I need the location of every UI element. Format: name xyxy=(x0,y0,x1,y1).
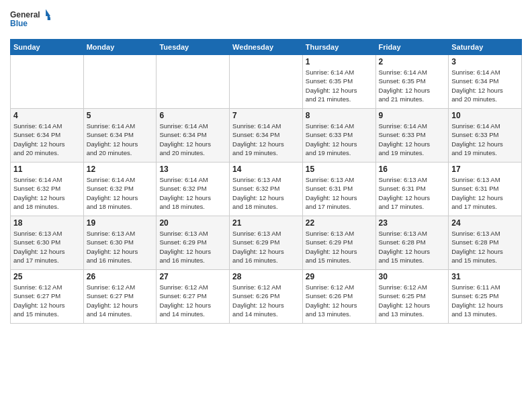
calendar-cell: 27Sunrise: 6:12 AM Sunset: 6:27 PM Dayli… xyxy=(157,270,230,324)
day-number: 19 xyxy=(87,218,154,228)
header: General Blue xyxy=(10,7,522,34)
calendar-cell: 30Sunrise: 6:12 AM Sunset: 6:25 PM Dayli… xyxy=(375,270,449,324)
calendar-cell: 26Sunrise: 6:12 AM Sunset: 6:27 PM Dayli… xyxy=(83,270,157,324)
day-number: 28 xyxy=(232,272,300,281)
day-of-week-row: SundayMondayTuesdayWednesdayThursdayFrid… xyxy=(11,40,522,55)
day-number: 26 xyxy=(87,272,154,281)
calendar-cell: 12Sunrise: 6:14 AM Sunset: 6:32 PM Dayli… xyxy=(83,163,157,216)
calendar-cell: 25Sunrise: 6:12 AM Sunset: 6:27 PM Dayli… xyxy=(11,270,84,324)
day-info: Sunrise: 6:12 AM Sunset: 6:27 PM Dayligh… xyxy=(13,283,81,318)
calendar-cell: 22Sunrise: 6:13 AM Sunset: 6:29 PM Dayli… xyxy=(302,216,375,270)
day-info: Sunrise: 6:12 AM Sunset: 6:27 PM Dayligh… xyxy=(159,283,226,318)
calendar-week: 4Sunrise: 6:14 AM Sunset: 6:34 PM Daylig… xyxy=(11,109,522,163)
day-info: Sunrise: 6:14 AM Sunset: 6:35 PM Dayligh… xyxy=(306,68,373,103)
calendar-cell: 21Sunrise: 6:13 AM Sunset: 6:29 PM Dayli… xyxy=(230,216,303,270)
day-number: 8 xyxy=(306,111,373,120)
dow-header: Tuesday xyxy=(157,40,230,55)
day-info: Sunrise: 6:13 AM Sunset: 6:31 PM Dayligh… xyxy=(379,175,446,211)
day-info: Sunrise: 6:13 AM Sunset: 6:28 PM Dayligh… xyxy=(379,229,446,265)
day-info: Sunrise: 6:13 AM Sunset: 6:31 PM Dayligh… xyxy=(451,175,519,211)
calendar-cell: 17Sunrise: 6:13 AM Sunset: 6:31 PM Dayli… xyxy=(449,163,522,216)
day-number: 14 xyxy=(232,165,300,174)
calendar-cell: 19Sunrise: 6:13 AM Sunset: 6:30 PM Dayli… xyxy=(83,216,157,270)
calendar-cell: 11Sunrise: 6:14 AM Sunset: 6:32 PM Dayli… xyxy=(11,163,84,216)
calendar-cell: 15Sunrise: 6:13 AM Sunset: 6:31 PM Dayli… xyxy=(302,163,375,216)
day-number: 9 xyxy=(379,111,446,120)
dow-header: Thursday xyxy=(302,40,375,55)
calendar-cell: 10Sunrise: 6:14 AM Sunset: 6:33 PM Dayli… xyxy=(449,109,522,163)
day-number: 23 xyxy=(379,218,446,228)
day-number: 15 xyxy=(306,165,373,174)
day-info: Sunrise: 6:14 AM Sunset: 6:34 PM Dayligh… xyxy=(451,68,519,103)
day-info: Sunrise: 6:13 AM Sunset: 6:30 PM Dayligh… xyxy=(13,229,81,265)
svg-text:Blue: Blue xyxy=(10,19,28,28)
day-info: Sunrise: 6:14 AM Sunset: 6:34 PM Dayligh… xyxy=(87,122,154,157)
calendar-body: 1Sunrise: 6:14 AM Sunset: 6:35 PM Daylig… xyxy=(11,55,522,324)
day-number: 16 xyxy=(379,165,446,174)
day-info: Sunrise: 6:13 AM Sunset: 6:28 PM Dayligh… xyxy=(451,229,519,265)
calendar-cell: 8Sunrise: 6:14 AM Sunset: 6:33 PM Daylig… xyxy=(302,109,375,163)
calendar-cell: 13Sunrise: 6:14 AM Sunset: 6:32 PM Dayli… xyxy=(157,163,230,216)
day-number: 29 xyxy=(306,272,373,281)
day-info: Sunrise: 6:12 AM Sunset: 6:25 PM Dayligh… xyxy=(379,283,446,318)
day-number: 30 xyxy=(379,272,446,281)
calendar-cell: 23Sunrise: 6:13 AM Sunset: 6:28 PM Dayli… xyxy=(375,216,449,270)
day-info: Sunrise: 6:13 AM Sunset: 6:29 PM Dayligh… xyxy=(232,229,300,265)
day-info: Sunrise: 6:13 AM Sunset: 6:32 PM Dayligh… xyxy=(232,175,300,211)
day-number: 21 xyxy=(232,218,300,228)
calendar-cell: 9Sunrise: 6:14 AM Sunset: 6:33 PM Daylig… xyxy=(375,109,449,163)
day-info: Sunrise: 6:13 AM Sunset: 6:31 PM Dayligh… xyxy=(306,175,373,211)
day-number: 12 xyxy=(87,165,154,174)
day-info: Sunrise: 6:13 AM Sunset: 6:29 PM Dayligh… xyxy=(306,229,373,265)
logo: General Blue xyxy=(10,7,50,34)
day-info: Sunrise: 6:14 AM Sunset: 6:34 PM Dayligh… xyxy=(232,122,300,157)
day-number: 25 xyxy=(13,272,81,281)
day-number: 3 xyxy=(451,57,519,66)
day-number: 17 xyxy=(451,165,519,174)
calendar-week: 1Sunrise: 6:14 AM Sunset: 6:35 PM Daylig… xyxy=(11,55,522,109)
day-number: 18 xyxy=(13,218,81,228)
calendar-cell: 2Sunrise: 6:14 AM Sunset: 6:35 PM Daylig… xyxy=(375,55,449,109)
day-number: 13 xyxy=(159,165,226,174)
calendar-cell: 18Sunrise: 6:13 AM Sunset: 6:30 PM Dayli… xyxy=(11,216,84,270)
calendar-cell: 5Sunrise: 6:14 AM Sunset: 6:34 PM Daylig… xyxy=(83,109,157,163)
calendar-cell xyxy=(83,55,157,109)
day-number: 11 xyxy=(13,165,81,174)
day-info: Sunrise: 6:14 AM Sunset: 6:35 PM Dayligh… xyxy=(379,68,446,103)
day-info: Sunrise: 6:13 AM Sunset: 6:29 PM Dayligh… xyxy=(159,229,226,265)
day-info: Sunrise: 6:12 AM Sunset: 6:26 PM Dayligh… xyxy=(306,283,373,318)
day-info: Sunrise: 6:14 AM Sunset: 6:34 PM Dayligh… xyxy=(13,122,81,157)
day-number: 4 xyxy=(13,111,81,120)
day-info: Sunrise: 6:14 AM Sunset: 6:33 PM Dayligh… xyxy=(379,122,446,157)
calendar-cell: 14Sunrise: 6:13 AM Sunset: 6:32 PM Dayli… xyxy=(230,163,303,216)
day-info: Sunrise: 6:12 AM Sunset: 6:26 PM Dayligh… xyxy=(232,283,300,318)
calendar-cell: 6Sunrise: 6:14 AM Sunset: 6:34 PM Daylig… xyxy=(157,109,230,163)
day-number: 27 xyxy=(159,272,226,281)
calendar-cell: 7Sunrise: 6:14 AM Sunset: 6:34 PM Daylig… xyxy=(230,109,303,163)
day-number: 6 xyxy=(159,111,226,120)
dow-header: Monday xyxy=(83,40,157,55)
calendar-cell xyxy=(157,55,230,109)
calendar-cell: 24Sunrise: 6:13 AM Sunset: 6:28 PM Dayli… xyxy=(449,216,522,270)
day-number: 20 xyxy=(159,218,226,228)
dow-header: Friday xyxy=(375,40,449,55)
day-info: Sunrise: 6:14 AM Sunset: 6:32 PM Dayligh… xyxy=(87,175,154,211)
calendar-cell: 3Sunrise: 6:14 AM Sunset: 6:34 PM Daylig… xyxy=(449,55,522,109)
day-number: 7 xyxy=(232,111,300,120)
calendar-cell: 1Sunrise: 6:14 AM Sunset: 6:35 PM Daylig… xyxy=(302,55,375,109)
day-info: Sunrise: 6:14 AM Sunset: 6:32 PM Dayligh… xyxy=(159,175,226,211)
calendar-cell: 20Sunrise: 6:13 AM Sunset: 6:29 PM Dayli… xyxy=(157,216,230,270)
calendar-cell: 29Sunrise: 6:12 AM Sunset: 6:26 PM Dayli… xyxy=(302,270,375,324)
day-info: Sunrise: 6:14 AM Sunset: 6:33 PM Dayligh… xyxy=(306,122,373,157)
calendar-cell xyxy=(230,55,303,109)
calendar-week: 25Sunrise: 6:12 AM Sunset: 6:27 PM Dayli… xyxy=(11,270,522,324)
calendar-cell: 31Sunrise: 6:11 AM Sunset: 6:25 PM Dayli… xyxy=(449,270,522,324)
calendar-week: 11Sunrise: 6:14 AM Sunset: 6:32 PM Dayli… xyxy=(11,163,522,216)
day-info: Sunrise: 6:14 AM Sunset: 6:34 PM Dayligh… xyxy=(159,122,226,157)
day-number: 1 xyxy=(306,57,373,66)
day-number: 10 xyxy=(451,111,519,120)
dow-header: Sunday xyxy=(11,40,84,55)
day-number: 22 xyxy=(306,218,373,228)
day-info: Sunrise: 6:11 AM Sunset: 6:25 PM Dayligh… xyxy=(451,283,519,318)
day-info: Sunrise: 6:13 AM Sunset: 6:30 PM Dayligh… xyxy=(87,229,154,265)
